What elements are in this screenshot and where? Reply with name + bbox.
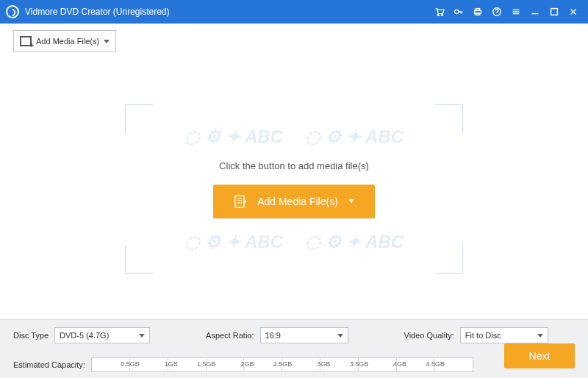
corner-decoration: [435, 246, 463, 274]
chevron-down-icon: [139, 334, 145, 338]
main-canvas: ◌ ⚙ ✦ ABC◌ ⚙ ✦ ABC Click the button to a…: [0, 59, 588, 319]
video-quality-label: Video Quality:: [404, 331, 454, 340]
next-label: Next: [529, 350, 551, 362]
corner-decoration: [435, 104, 463, 132]
chevron-down-icon: [537, 334, 543, 338]
watermark-row: ◌ ⚙ ✦ ABC◌ ⚙ ✦ ABC: [184, 232, 404, 252]
help-icon[interactable]: [490, 4, 504, 19]
chevron-down-icon: [104, 40, 110, 43]
capacity-row: Estimated Capacity: 0.5GB 1GB 1.5GB 2GB …: [13, 352, 575, 377]
video-quality-value: Fit to Disc: [465, 331, 501, 340]
add-media-label: Add Media File(s): [36, 37, 99, 46]
menu-icon[interactable]: [509, 4, 523, 19]
corner-decoration: [125, 246, 153, 274]
toolbar: Add Media File(s): [0, 24, 588, 59]
svg-point-1: [442, 15, 443, 16]
add-file-icon: [234, 194, 247, 209]
drop-zone[interactable]: ◌ ⚙ ✦ ABC◌ ⚙ ✦ ABC Click the button to a…: [125, 104, 463, 274]
app-name: Vidmore DVD Creator: [25, 7, 110, 17]
svg-point-0: [437, 15, 439, 16]
add-media-button-small[interactable]: Add Media File(s): [13, 30, 116, 52]
cart-icon[interactable]: [432, 4, 447, 19]
minimize-button[interactable]: [528, 4, 542, 19]
titlebar: Vidmore DVD Creator (Unregistered): [0, 0, 588, 24]
next-button[interactable]: Next: [504, 343, 575, 368]
capacity-meter: 0.5GB 1GB 1.5GB 2GB 2.5GB 3GB 3.5GB 4GB …: [91, 357, 473, 372]
add-media-button-main[interactable]: Add Media File(s): [213, 185, 375, 218]
corner-decoration: [125, 104, 153, 132]
add-media-main-label: Add Media File(s): [257, 196, 338, 207]
disc-type-select[interactable]: DVD-5 (4.7G): [54, 327, 150, 343]
video-quality-select[interactable]: Fit to Disc: [460, 327, 548, 343]
svg-rect-8: [235, 196, 244, 207]
svg-rect-4: [476, 9, 479, 11]
aspect-ratio-select[interactable]: 16:9: [260, 327, 348, 343]
close-button[interactable]: [566, 4, 581, 19]
add-file-icon: [20, 36, 32, 46]
svg-point-2: [455, 10, 459, 13]
footer: Disc Type DVD-5 (4.7G) Aspect Ratio: 16:…: [0, 319, 588, 378]
print-icon[interactable]: [470, 4, 485, 19]
chevron-down-icon: [348, 199, 354, 203]
chevron-down-icon: [337, 334, 343, 338]
watermark-row: ◌ ⚙ ✦ ABC◌ ⚙ ✦ ABC: [184, 126, 404, 147]
settings-row: Disc Type DVD-5 (4.7G) Aspect Ratio: 16:…: [13, 327, 575, 343]
app-logo-icon: [6, 5, 19, 18]
drop-zone-hint: Click the button to add media file(s): [219, 160, 369, 171]
aspect-ratio-value: 16:9: [265, 331, 281, 340]
key-icon[interactable]: [451, 4, 466, 19]
aspect-ratio-label: Aspect Ratio:: [206, 331, 254, 340]
svg-rect-7: [551, 9, 558, 15]
disc-type-value: DVD-5 (4.7G): [60, 331, 109, 340]
disc-type-label: Disc Type: [13, 331, 49, 340]
registration-status: (Unregistered): [113, 7, 170, 17]
maximize-button[interactable]: [547, 4, 562, 19]
estimated-capacity-label: Estimated Capacity:: [13, 360, 85, 369]
app-title: Vidmore DVD Creator (Unregistered): [25, 7, 170, 17]
